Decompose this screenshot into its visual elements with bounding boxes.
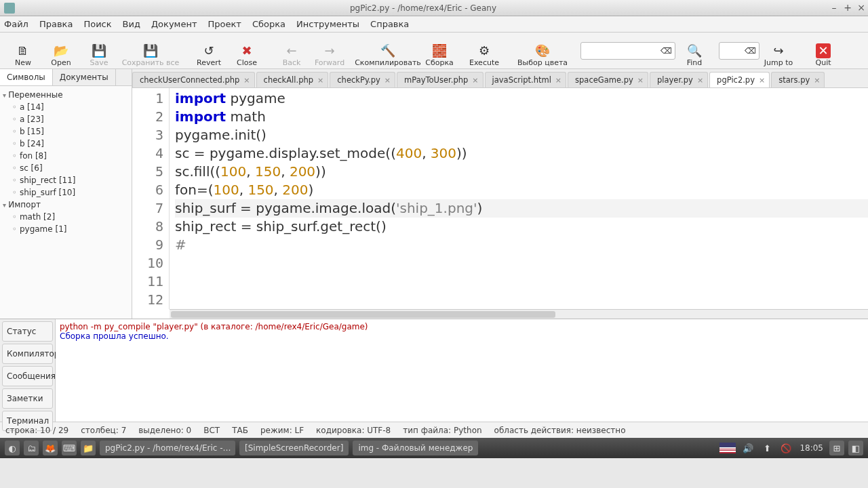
close-tab-icon[interactable]: ×: [384, 76, 391, 85]
file-tab[interactable]: checkAll.php×: [256, 72, 329, 87]
clear-icon[interactable]: ⌫: [660, 46, 672, 56]
msg-tab-notes[interactable]: Заметки: [2, 388, 53, 409]
scrollbar-thumb[interactable]: [171, 311, 555, 318]
minimize-button[interactable]: –: [829, 3, 840, 14]
compile-button[interactable]: 🔨Скомпилировать: [355, 35, 420, 67]
tree-leaf[interactable]: a [23]: [0, 113, 132, 125]
new-button[interactable]: 🗎New: [4, 35, 42, 67]
taskbar-app-ssr[interactable]: [SimpleScreenRecorder]: [239, 441, 349, 455]
menu-search[interactable]: Поиск: [83, 19, 111, 29]
tree-leaf[interactable]: math [2]: [0, 211, 132, 223]
msg-tab-messages[interactable]: Сообщения: [2, 366, 53, 386]
close-tab-icon[interactable]: ×: [759, 76, 765, 85]
tray-icon[interactable]: ◧: [848, 441, 863, 455]
close-tab-icon[interactable]: ×: [697, 76, 703, 85]
file-tab[interactable]: checkUserConnected.php×: [132, 72, 255, 87]
start-button[interactable]: ◐: [5, 441, 20, 455]
close-tab-icon[interactable]: ×: [472, 76, 478, 85]
open-button[interactable]: 📂Open: [42, 35, 80, 67]
status-col: столбец: 7: [81, 426, 126, 435]
color-picker-button[interactable]: 🎨Выбор цвета: [510, 35, 575, 67]
taskbar-clock[interactable]: 18:05: [800, 443, 823, 453]
file-tab[interactable]: pgPic2.py×: [709, 72, 770, 87]
taskbar-app-geany[interactable]: pgPic2.py - /home/rex4/Eric -…: [100, 441, 235, 455]
msg-tab-compiler[interactable]: Компилятор: [2, 344, 53, 364]
menu-view[interactable]: Вид: [123, 19, 140, 29]
clear-icon[interactable]: ⌫: [745, 46, 756, 56]
palette-icon: 🎨: [535, 43, 550, 58]
tree-leaf[interactable]: ship_surf [10]: [0, 186, 132, 199]
code-area[interactable]: import pygameimport mathpygame.init()sc …: [170, 88, 868, 309]
status-sel: выделено: 0: [138, 426, 191, 435]
menu-edit[interactable]: Правка: [39, 19, 73, 29]
build-button[interactable]: 🧱Сборка: [420, 35, 458, 67]
code-editor[interactable]: 12345678910111213 import pygameimport ma…: [132, 88, 868, 309]
jump-button[interactable]: ↪Jump to: [760, 35, 797, 67]
taskbar-icon[interactable]: 🦊: [43, 441, 58, 455]
tree-leaf[interactable]: b [15]: [0, 125, 132, 138]
compile-icon: 🔨: [380, 43, 395, 58]
tray-icon[interactable]: ⬆: [760, 441, 774, 455]
menu-project[interactable]: Проект: [208, 19, 241, 29]
menu-build[interactable]: Сборка: [252, 19, 285, 29]
symbol-tree[interactable]: Переменные a [14]a [23]b [15]b [24]fon […: [0, 86, 132, 319]
tree-leaf[interactable]: sc [6]: [0, 162, 132, 174]
close-tab-icon[interactable]: ×: [243, 76, 250, 85]
toolbar: 🗎New 📂Open 💾Save 💾Сохранить все ↺Revert …: [0, 33, 868, 69]
close-window-button[interactable]: ×: [856, 3, 867, 14]
jump-input[interactable]: ⌫: [719, 42, 760, 60]
tray-icon[interactable]: ⊞: [829, 441, 844, 455]
close-tab-icon[interactable]: ×: [555, 76, 561, 85]
find-input[interactable]: ⌫: [580, 42, 675, 60]
status-bar: строка: 10 / 29 столбец: 7 выделено: 0 В…: [0, 422, 868, 438]
tray-icon[interactable]: 🔊: [741, 441, 755, 455]
sidebar-tab-documents[interactable]: Документы: [53, 69, 116, 85]
file-tab[interactable]: stars.py×: [771, 72, 825, 87]
file-tab[interactable]: mPayToUser.php×: [397, 72, 484, 87]
taskbar-icon[interactable]: 📁: [81, 441, 96, 455]
back-button[interactable]: ←Back: [273, 35, 311, 67]
tree-leaf[interactable]: pygame [1]: [0, 223, 132, 235]
save-button[interactable]: 💾Save: [80, 35, 118, 67]
revert-button[interactable]: ↺Revert: [190, 35, 228, 67]
close-tab-icon[interactable]: ×: [637, 76, 644, 85]
execute-button[interactable]: ⚙Execute: [465, 35, 503, 67]
keyboard-layout-icon[interactable]: [719, 443, 736, 453]
file-tab[interactable]: spaceGame.py×: [568, 72, 648, 87]
file-tab[interactable]: player.py×: [650, 72, 708, 87]
tray-icon[interactable]: 🚫: [778, 441, 793, 455]
status-enc: кодировка: UTF-8: [316, 426, 391, 435]
close-tab-icon[interactable]: ×: [814, 76, 820, 85]
message-output[interactable]: python -m py_compile "player.py" (в ката…: [56, 319, 868, 422]
maximize-button[interactable]: +: [842, 3, 853, 14]
tree-leaf[interactable]: fon [8]: [0, 150, 132, 162]
forward-button[interactable]: →Forward: [311, 35, 349, 67]
menu-file[interactable]: Файл: [4, 19, 28, 29]
taskbar-app-fm[interactable]: img - Файловый менеджер: [353, 441, 478, 455]
tree-leaf[interactable]: a [14]: [0, 101, 132, 113]
msg-tab-status[interactable]: Статус: [2, 321, 53, 342]
tree-leaf[interactable]: ship_rect [11]: [0, 174, 132, 186]
folder-open-icon: 📂: [54, 43, 68, 58]
menu-tools[interactable]: Инструменты: [296, 19, 359, 29]
file-tab[interactable]: javaScript.html×: [485, 72, 567, 87]
taskbar-icon[interactable]: ⌨: [62, 441, 77, 455]
find-button[interactable]: 🔍Find: [675, 35, 713, 67]
file-tab[interactable]: checkPy.py×: [330, 72, 395, 87]
save-all-button[interactable]: 💾Сохранить все: [118, 35, 183, 67]
window-title: pgPic2.py - /home/rex4/Eric - Geany: [19, 3, 827, 13]
quit-button[interactable]: ✕Quit: [804, 35, 842, 67]
menu-document[interactable]: Документ: [151, 19, 197, 29]
tree-cat-import[interactable]: Импорт: [0, 199, 132, 211]
close-tab-icon[interactable]: ×: [317, 76, 323, 85]
tree-leaf[interactable]: b [24]: [0, 138, 132, 150]
jump-icon: ↪: [773, 43, 783, 58]
taskbar-icon[interactable]: 🗂: [24, 441, 39, 455]
close-button[interactable]: ✖Close: [228, 35, 266, 67]
tree-cat-variables[interactable]: Переменные: [0, 89, 132, 101]
app-icon: [4, 3, 15, 14]
horizontal-scrollbar[interactable]: [170, 309, 868, 319]
build-icon: 🧱: [432, 43, 447, 58]
sidebar-tab-symbols[interactable]: Символы: [0, 69, 53, 85]
menu-help[interactable]: Справка: [370, 19, 409, 29]
